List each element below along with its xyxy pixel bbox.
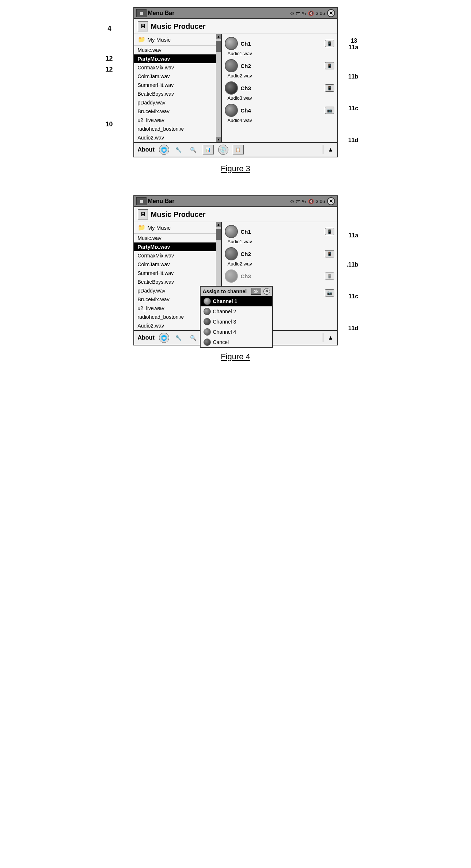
dropdown-item-channel4[interactable]: Channel 4 xyxy=(201,327,272,337)
channel4-knob-icon xyxy=(204,328,211,336)
toolbar-up-icon-fig4[interactable]: ▲ xyxy=(328,334,334,341)
annotation-13: 13 xyxy=(351,38,357,44)
file-item[interactable]: ColmJam.wav xyxy=(134,72,216,81)
file-item-fig4[interactable]: ColmJam.wav xyxy=(134,260,216,269)
scroll-thumb-fig4[interactable] xyxy=(216,229,221,240)
channel-knob-ch4[interactable] xyxy=(225,104,238,117)
dropdown-item-channel3[interactable]: Channel 3 xyxy=(201,317,272,327)
toolbar-wrench-icon[interactable]: 🔧 xyxy=(174,145,184,155)
channel-label-ch3-fig4: Ch3 xyxy=(241,273,322,279)
toolbar-disc-icon[interactable]: 💿 xyxy=(218,145,228,155)
channel-top-ch2-fig4: Ch2 📱 xyxy=(225,247,334,260)
menu-bar-left: ▦ Menu Bar xyxy=(136,9,175,17)
channel-btn-ch2-fig4[interactable]: 📱 xyxy=(325,250,334,257)
toolbar-globe-icon-fig4[interactable]: 🌐 xyxy=(159,333,169,343)
channel-btn-ch2[interactable]: 📱 xyxy=(325,62,334,69)
dropdown-channel1-label: Channel 1 xyxy=(213,298,238,304)
toolbar-about-label: About xyxy=(138,146,155,153)
file-item-fig4[interactable]: CormaxMix.wav xyxy=(134,251,216,260)
channel-knob-ch2[interactable] xyxy=(225,59,238,72)
folder-icon-fig4: 📁 xyxy=(138,224,145,232)
dropdown-close-button[interactable]: ✕ xyxy=(263,288,270,295)
channel-btn-ch3-fig4[interactable]: 📱 xyxy=(325,272,334,280)
channel2-knob-icon xyxy=(204,308,211,315)
annotation-12a: 12 xyxy=(106,55,113,62)
toolbar-search-icon-fig4[interactable]: 🔍 xyxy=(188,333,198,343)
file-item[interactable]: pDaddy.wav xyxy=(134,98,216,107)
channel-btn-ch4[interactable]: 📷 xyxy=(325,107,334,114)
channel-knob-ch1-fig4[interactable] xyxy=(225,225,238,238)
dropdown-item-channel1[interactable]: Channel 1 xyxy=(201,296,272,306)
channel-btn-ch1[interactable]: 📱 xyxy=(325,40,334,47)
volume-icon: 🔇 xyxy=(308,11,314,16)
dropdown-channel4-label: Channel 4 xyxy=(213,329,236,335)
channel-label-ch2-fig4: Ch2 xyxy=(241,251,322,257)
channel-top-ch4: Ch4 📷 xyxy=(225,104,334,117)
channels-panel-fig3: Ch1 📱 Audio1.wav Ch2 📱 xyxy=(222,34,337,142)
menu-bar-close-button-fig4[interactable]: ✕ xyxy=(327,197,335,205)
annotation-11d: 11d xyxy=(348,137,358,144)
channel-top-ch2: Ch2 📱 xyxy=(225,59,334,72)
signal-icon: ⊙ xyxy=(290,11,294,16)
antenna-icon: ¥₁ xyxy=(302,11,306,16)
file-item[interactable]: Audio2.wav xyxy=(134,133,216,142)
channel-top-ch1-fig4: Ch1 📱 xyxy=(225,225,334,238)
scroll-up-button[interactable]: ▲ xyxy=(216,34,221,39)
main-content-fig3: 📁 My Music Music.wav PartyMix.wav Cormax… xyxy=(134,34,337,142)
channel-top-ch3: Ch3 📱 xyxy=(225,81,334,95)
file-item-selected[interactable]: PartyMix.wav xyxy=(134,54,216,63)
channel-knob-ch3[interactable] xyxy=(225,81,238,95)
channel-file-ch2: Audio2.wav xyxy=(228,73,334,79)
scrollbar[interactable]: ▲ ▼ xyxy=(216,34,221,142)
toolbar-search-icon[interactable]: 🔍 xyxy=(188,145,198,155)
channel-btn-ch1-fig4[interactable]: 📱 xyxy=(325,228,334,235)
channel-knob-ch3-fig4[interactable] xyxy=(225,269,238,283)
folder-row-fig4: 📁 My Music xyxy=(134,222,216,234)
file-item[interactable]: radiohead_boston.w xyxy=(134,125,216,133)
dropdown-item-cancel[interactable]: Cancel xyxy=(201,337,272,347)
file-item[interactable]: Music.wav xyxy=(134,46,216,54)
file-item-fig4[interactable]: SummerHit.wav xyxy=(134,269,216,278)
toolbar-list-icon[interactable]: 📋 xyxy=(233,145,244,154)
channel-label-ch1: Ch1 xyxy=(241,41,322,47)
app-window-fig3: ▦ Menu Bar ⊙ ⇄ ¥₁ 🔇 3:06 ✕ 🖥 Musi xyxy=(133,7,338,157)
channel3-knob-icon xyxy=(204,318,211,325)
channel-row-ch1-fig4: Ch1 📱 Audio1.wav xyxy=(225,225,334,244)
file-item-fig4[interactable]: BeatieBoys.wav xyxy=(134,278,216,286)
file-item[interactable]: BeatieBoys.wav xyxy=(134,89,216,98)
file-item-selected-fig4[interactable]: PartyMix.wav xyxy=(134,242,216,251)
channel-btn-ch4-fig4[interactable]: 📷 xyxy=(325,289,334,297)
toolbar-grid-icon[interactable]: 📊 xyxy=(203,145,214,154)
dropdown-item-channel2[interactable]: Channel 2 xyxy=(201,306,272,317)
toolbar-wrench-icon-fig4[interactable]: 🔧 xyxy=(174,333,184,343)
antenna-icon-fig4: ¥₁ xyxy=(302,199,306,204)
channel-top-ch3-fig4: Ch3 📱 xyxy=(225,269,334,283)
dropdown-ok-button[interactable]: ok xyxy=(251,288,261,295)
dropdown-cancel-label: Cancel xyxy=(213,339,229,345)
annotation-11c: 11c xyxy=(349,105,358,112)
channel-btn-ch3[interactable]: 📱 xyxy=(325,84,334,92)
dropdown-channel2-label: Channel 2 xyxy=(213,309,236,314)
toolbar-globe-icon[interactable]: 🌐 xyxy=(159,145,169,155)
dropdown-title: Assign to channel xyxy=(203,288,247,294)
scroll-up-button-fig4[interactable]: ▲ xyxy=(216,222,221,227)
scroll-down-button[interactable]: ▼ xyxy=(216,137,221,142)
channel-row-ch3: Ch3 📱 Audio3.wav xyxy=(225,81,334,101)
file-list-panel: 📁 My Music Music.wav PartyMix.wav Cormax… xyxy=(134,34,222,142)
file-item[interactable]: CormaxMix.wav xyxy=(134,63,216,72)
assign-to-channel-dropdown[interactable]: Assign to channel ok ✕ Channel 1 xyxy=(200,286,273,348)
menu-bar-close-button[interactable]: ✕ xyxy=(327,9,335,17)
channel-knob-ch2-fig4[interactable] xyxy=(225,247,238,260)
menu-bar-icons-fig4: ⊙ ⇄ ¥₁ 🔇 3:06 ✕ xyxy=(290,197,335,205)
channel-row-ch2-fig4: Ch2 📱 Audio2.wav xyxy=(225,247,334,267)
menu-bar-title: Menu Bar xyxy=(148,10,175,16)
figure4-block: ▦ Menu Bar ⊙ ⇄ ¥₁ 🔇 3:06 ✕ 🖥 Musi xyxy=(104,195,367,362)
toolbar-up-icon[interactable]: ▲ xyxy=(328,146,334,153)
channel-knob-ch1[interactable] xyxy=(225,37,238,50)
file-item-fig4[interactable]: Music.wav xyxy=(134,234,216,242)
file-item[interactable]: SummerHit.wav xyxy=(134,81,216,89)
file-item[interactable]: BruceMix.wav xyxy=(134,107,216,116)
scroll-thumb[interactable] xyxy=(216,41,221,52)
file-item[interactable]: u2_live.wav xyxy=(134,116,216,125)
annotation-11a-fig4: 11a xyxy=(349,232,358,239)
